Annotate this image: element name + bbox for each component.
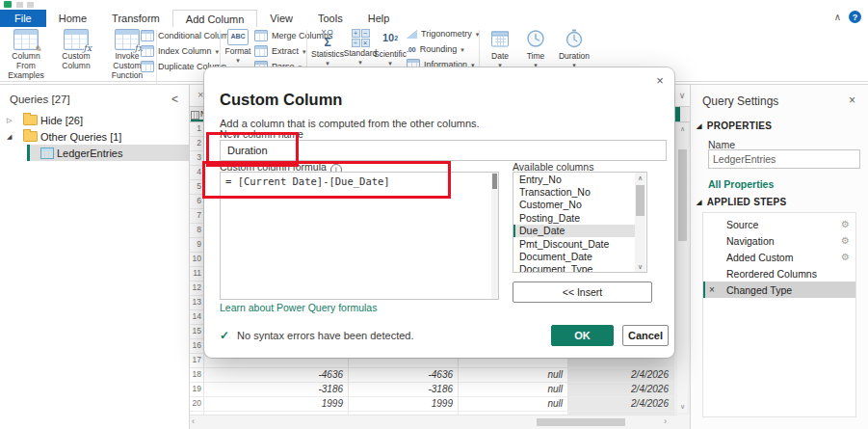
scientific-button[interactable]: 102 Scientific▾	[376, 29, 405, 67]
extract-button[interactable]: Extract▾	[254, 44, 306, 58]
table-menu-icon[interactable]	[191, 111, 199, 120]
cancel-button[interactable]: Cancel	[622, 325, 669, 346]
gear-icon[interactable]: ⚙	[841, 219, 850, 229]
available-column[interactable]: Entry_No	[513, 173, 636, 185]
available-column[interactable]: Due_Date	[513, 225, 636, 237]
horizontal-scrollbar-thumb[interactable]	[537, 418, 625, 426]
row-number[interactable]: 9	[190, 238, 204, 252]
applied-step[interactable]: Added Custom ⚙	[703, 249, 855, 265]
row-number[interactable]: 16	[190, 339, 204, 353]
table-cell[interactable]: -4636	[204, 368, 349, 382]
query-name-field[interactable]	[708, 149, 860, 169]
close-settings-icon[interactable]: ×	[849, 94, 855, 107]
row-number[interactable]: 20	[190, 397, 204, 411]
formula-scrollbar[interactable]	[491, 173, 498, 299]
tree-expand-icon[interactable]: ▷	[7, 117, 12, 124]
index-column-button[interactable]: Index Column▾	[141, 44, 219, 58]
table-cell[interactable]: -3186	[204, 383, 349, 396]
scroll-down-icon[interactable]: ∨	[635, 261, 645, 272]
table-cell[interactable]: 1999	[204, 397, 349, 411]
quick-access-icon[interactable]	[16, 2, 23, 8]
row-number[interactable]: 11	[190, 267, 204, 281]
tree-expand-icon[interactable]: ◢	[7, 133, 12, 141]
scroll-right-icon[interactable]: ›	[664, 416, 667, 426]
applied-step[interactable]: Navigation ⚙	[703, 232, 855, 249]
scroll-left-icon[interactable]: ‹	[192, 416, 195, 426]
column-from-examples-button[interactable]: ✎ Column From Examples▾	[2, 29, 50, 89]
format-button[interactable]: ABC Format▾	[224, 29, 252, 64]
formula-bar-expand-icon[interactable]: ∨	[673, 85, 690, 106]
table-cell[interactable]: null	[459, 368, 568, 382]
ok-button[interactable]: OK	[551, 325, 614, 346]
columns-scrollbar-thumb[interactable]	[636, 185, 644, 216]
collapse-ribbon-icon[interactable]: ∧	[834, 12, 841, 22]
ribbon-tab[interactable]: View	[257, 10, 305, 27]
all-properties-link[interactable]: All Properties	[708, 178, 774, 190]
vertical-scrollbar-thumb[interactable]	[678, 149, 687, 241]
ribbon-tab[interactable]: Tools	[305, 10, 355, 27]
table-cell[interactable]: null	[459, 383, 568, 396]
table-cell[interactable]: -4636	[349, 368, 459, 382]
ribbon-tab[interactable]: Add Column	[172, 10, 258, 28]
close-dialog-icon[interactable]: ×	[652, 73, 668, 89]
row-number[interactable]: 14	[190, 310, 204, 324]
table-cell[interactable]: 2/4/2026	[568, 383, 674, 396]
formula-scrollbar-thumb[interactable]	[492, 174, 497, 189]
statistics-button[interactable]: ΧΟΣ Statistics▾	[310, 29, 345, 67]
gear-icon[interactable]: ⚙	[841, 235, 850, 246]
table-cell[interactable]: 1999	[349, 397, 459, 411]
standard-button[interactable]: +− ÷× Standard▾	[346, 29, 375, 66]
delete-step-icon[interactable]: ×	[709, 284, 715, 295]
available-column[interactable]: Customer_No	[513, 199, 636, 211]
learn-formulas-link[interactable]: Learn about Power Query formulas	[220, 302, 377, 313]
columns-list-scrollbar[interactable]: ∧ ∨	[635, 173, 645, 272]
selected-column-header-sliver[interactable]	[674, 107, 680, 121]
properties-section-header[interactable]: ◢ PROPERTIES	[697, 121, 772, 131]
section-expand-icon[interactable]: ◢	[697, 199, 702, 206]
available-column[interactable]: Document_Date	[513, 250, 636, 262]
scroll-up-icon[interactable]: ∧	[677, 123, 688, 135]
row-number[interactable]: 15	[190, 325, 204, 338]
row-number[interactable]: 1	[190, 122, 204, 136]
date-button[interactable]: Date▾	[484, 29, 516, 68]
time-button[interactable]: Time▾	[520, 29, 551, 68]
applied-steps-section-header[interactable]: ◢ APPLIED STEPS	[697, 197, 787, 207]
available-column[interactable]: Transaction_No	[513, 185, 636, 198]
row-number[interactable]: 10	[190, 253, 204, 266]
gear-icon[interactable]: ⚙	[841, 252, 850, 262]
applied-step[interactable]: × Changed Type	[703, 282, 855, 298]
section-expand-icon[interactable]: ◢	[697, 122, 702, 130]
available-column[interactable]: Document_Type	[513, 263, 636, 273]
horizontal-scrollbar[interactable]: ‹ ›	[190, 415, 676, 429]
query-tree-item[interactable]: LedgerEntries	[0, 145, 189, 161]
ribbon-tab[interactable]: Home	[46, 10, 99, 27]
table-cell[interactable]: null	[459, 397, 568, 411]
row-number[interactable]: 8	[190, 224, 204, 237]
query-tree-item[interactable]: ▷ Hide [26]	[0, 112, 189, 128]
row-number[interactable]: 2	[190, 137, 204, 150]
table-cell[interactable]: -3186	[349, 383, 459, 396]
row-number[interactable]: 12	[190, 282, 204, 295]
scroll-down-icon[interactable]: ∨	[677, 401, 688, 413]
ribbon-tab[interactable]: Transform	[99, 10, 172, 27]
applied-step[interactable]: Reordered Columns	[703, 265, 855, 282]
available-column[interactable]: Posting_Date	[513, 211, 636, 224]
trigonometry-button[interactable]: Trigonometry▾	[407, 27, 479, 40]
custom-column-button[interactable]: ƒx Custom Column	[52, 29, 100, 70]
quick-access-icon[interactable]	[27, 2, 34, 8]
table-cell[interactable]: 2/4/2026	[568, 368, 674, 382]
ribbon-tab[interactable]: File	[0, 10, 46, 27]
help-icon[interactable]: ?	[849, 11, 861, 23]
collapse-queries-pane-icon[interactable]: <	[171, 93, 178, 106]
applied-step[interactable]: Source ⚙	[703, 216, 855, 232]
row-number[interactable]: 17	[190, 354, 204, 367]
scroll-up-icon[interactable]: ∧	[635, 173, 645, 183]
duration-button[interactable]: Duration▾	[553, 29, 595, 68]
available-column[interactable]: Pmt_Discount_Date	[513, 237, 636, 250]
row-number[interactable]: 19	[190, 383, 204, 396]
table-cell[interactable]: 2/4/2026	[568, 397, 674, 411]
row-number[interactable]: 18	[190, 368, 204, 382]
query-tree-item[interactable]: ◢ Other Queries [1]	[0, 128, 189, 145]
formula-cancel-icon[interactable]: ×	[197, 89, 203, 100]
insert-column-button[interactable]: << Insert	[513, 282, 652, 303]
